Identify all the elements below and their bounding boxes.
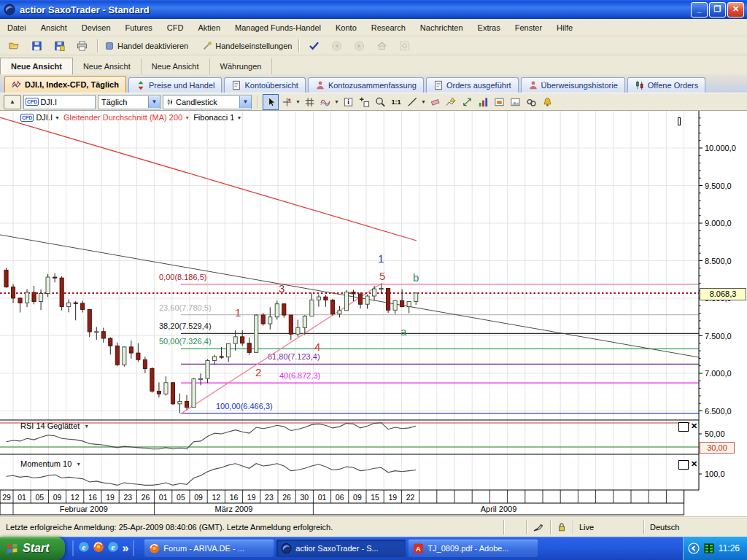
save-button[interactable] — [26, 37, 48, 55]
collapse-toolbar-button[interactable]: ▲ — [4, 95, 21, 109]
workspace-tab-3[interactable]: Kontozusammenfassung — [308, 77, 424, 93]
workspace-tab-6[interactable]: Offene Orders — [627, 77, 706, 93]
start-button[interactable]: Start — [0, 537, 65, 560]
add-window-button[interactable] — [356, 94, 372, 110]
legend-ma[interactable]: Gleitender Durchschnitt (MA) 200 ▼ — [63, 113, 190, 122]
workspace-tab-0[interactable]: DJI.I, Index-CFD, Täglich — [4, 76, 126, 93]
chevron-down-icon[interactable]: ▼ — [295, 95, 301, 109]
alarm-bell-button[interactable] — [539, 94, 555, 110]
hide-icons-button[interactable] — [688, 542, 700, 554]
svg-text:15: 15 — [371, 493, 379, 502]
select-cursor-button[interactable] — [263, 94, 279, 110]
workspace-tab-5[interactable]: Überweisungshistorie — [521, 77, 625, 93]
rsi-panel-label[interactable]: RSI 14 Geglättet ▼ — [20, 421, 89, 430]
chart-plot[interactable]: 0,00(8.186,5)23,60(7.780,5)38,20(7.529,4… — [0, 111, 747, 516]
zoom-button[interactable] — [372, 94, 388, 110]
info-button[interactable]: i — [340, 94, 356, 110]
snapshot-button[interactable] — [491, 94, 507, 110]
legend-instrument[interactable]: CFD DJI.I ▼ — [20, 113, 60, 122]
menu-item-research[interactable]: Research — [364, 21, 413, 34]
chart-legend: CFD DJI.I ▼ Gleitender Durchschnitt (MA)… — [20, 113, 241, 122]
menu-item-ansicht[interactable]: Ansicht — [34, 21, 74, 34]
rsi-restore-button[interactable] — [678, 422, 689, 432]
menu-item-konto[interactable]: Konto — [328, 21, 364, 34]
trade-settings-button[interactable]: Handelseinstellungen — [199, 37, 295, 55]
chevron-down-icon: ▼ — [148, 96, 160, 108]
close-button[interactable]: ✕ — [727, 2, 744, 18]
toolbar-separator — [257, 96, 258, 109]
svg-text:i: i — [347, 98, 349, 106]
open-folder-button[interactable] — [3, 37, 26, 55]
menu-item-devisen[interactable]: Devisen — [74, 21, 118, 34]
legend-fibonacci[interactable]: Fibonacci 1 ▼ — [193, 113, 241, 122]
menu-item-fenster[interactable]: Fenster — [508, 21, 549, 34]
resize-button[interactable] — [459, 94, 475, 110]
menu-item-datei[interactable]: Datei — [0, 21, 34, 34]
view-tab-0[interactable]: Neue Ansicht — [0, 58, 73, 74]
quick-launch-ie[interactable]: e — [78, 541, 90, 556]
task-button-0[interactable]: Forum - ARIVA.DE - ... — [144, 540, 274, 557]
svg-text:61,80(7.123,4): 61,80(7.123,4) — [268, 352, 320, 361]
menu-item-futures[interactable]: Futures — [118, 21, 160, 34]
task-button-2[interactable]: ATJ_0809.pdf - Adobe... — [409, 540, 538, 557]
check-button[interactable] — [303, 37, 325, 55]
momentum-restore-button[interactable] — [678, 460, 689, 470]
svg-text:1: 1 — [235, 306, 241, 319]
save-all-button[interactable] — [48, 37, 71, 55]
instrument-input[interactable]: CFD DJI.I — [23, 95, 96, 109]
chevron-down-icon[interactable]: ▼ — [420, 95, 427, 109]
view-tab-3[interactable]: Währungen — [210, 58, 273, 74]
period-select[interactable]: Täglich ▼ — [98, 95, 160, 109]
chart-alert-button[interactable] — [443, 94, 459, 110]
menu-item-managed-funds-handel[interactable]: Managed Funds-Handel — [228, 21, 328, 34]
line-tool-button[interactable] — [404, 94, 420, 110]
grid-button[interactable] — [301, 94, 317, 110]
chart-style-select[interactable]: Candlestick ▼ — [163, 95, 252, 109]
svg-text:A: A — [416, 545, 421, 553]
eraser-button[interactable] — [427, 94, 443, 110]
workspace-tab-2[interactable]: Kontoübersicht — [224, 77, 305, 93]
svg-text:16: 16 — [230, 493, 239, 502]
disable-trading-button[interactable]: Handel deaktivieren — [101, 37, 191, 55]
maximize-button[interactable]: ❐ — [709, 2, 726, 18]
percent-bars-button[interactable] — [475, 94, 491, 110]
language-indicator: Deutsch — [643, 520, 747, 534]
momentum-panel-label[interactable]: Momentum 10 ▼ — [20, 459, 81, 468]
task-button-1[interactable]: actior SaxoTrader - S... — [276, 540, 406, 557]
minimize-button[interactable]: _ — [691, 2, 708, 18]
task-label: TJ_0809.pdf - Adobe... — [427, 544, 508, 553]
indicators-button[interactable] — [317, 94, 333, 110]
menu-item-aktien[interactable]: Aktien — [190, 21, 228, 34]
workspace-tab-4[interactable]: Orders ausgeführt — [426, 77, 519, 93]
menu-item-hilfe[interactable]: Hilfe — [549, 21, 580, 34]
zoom-icon — [375, 96, 386, 107]
menu-item-extras[interactable]: Extras — [471, 21, 508, 34]
instrument-value: DJI.I — [40, 98, 57, 106]
rsi-close-button[interactable]: ✕ — [690, 422, 698, 430]
link-charts-button[interactable] — [523, 94, 539, 110]
workspace-tab-1[interactable]: Preise und Handel — [128, 77, 222, 93]
svg-text:Februar 2009: Februar 2009 — [60, 505, 108, 513]
one-to-one-button[interactable]: 1:1 — [388, 94, 404, 110]
print-button[interactable] — [71, 37, 93, 55]
chevron-down-icon[interactable]: ▼ — [333, 95, 340, 109]
resize-icon — [462, 96, 473, 107]
toolbar-separator — [298, 39, 299, 52]
task-label: actior SaxoTrader - S... — [295, 544, 378, 553]
chart-alert-icon — [446, 96, 457, 107]
view-tab-1[interactable]: Neue Ansicht — [73, 58, 142, 74]
quick-launch-overflow[interactable]: » — [122, 542, 128, 555]
status-lock-cell — [550, 520, 573, 534]
svg-text:23,60(7.780,5): 23,60(7.780,5) — [159, 303, 212, 312]
momentum-close-button[interactable]: ✕ — [690, 460, 698, 468]
chart-restore-button[interactable] — [678, 113, 681, 126]
menu-item-cfd[interactable]: CFD — [160, 21, 191, 34]
menu-item-nachrichten[interactable]: Nachrichten — [413, 21, 471, 34]
view-tab-2[interactable]: Neue Ansicht — [142, 58, 210, 74]
quick-launch-firefox[interactable] — [93, 541, 104, 556]
quick-launch-ie[interactable]: e — [107, 541, 119, 556]
svg-text:e: e — [112, 542, 115, 551]
image-export-button[interactable] — [507, 94, 523, 110]
crosshair-button[interactable] — [279, 94, 295, 110]
chevron-down-icon: ▼ — [76, 462, 81, 467]
